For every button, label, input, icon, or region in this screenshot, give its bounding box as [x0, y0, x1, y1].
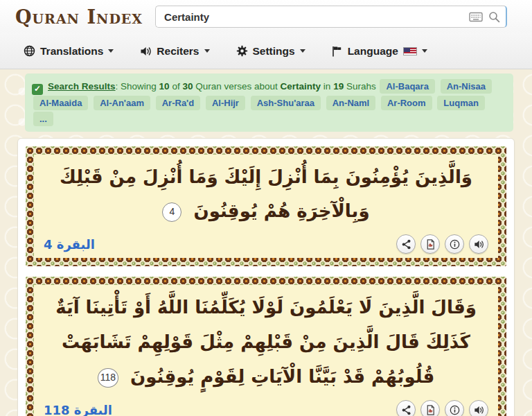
surah-badge[interactable]: An-Nisaa: [441, 79, 492, 94]
pdf-icon: [425, 405, 436, 415]
surah-badge[interactable]: An-Naml: [326, 96, 375, 110]
search-box[interactable]: [155, 6, 507, 28]
share-icon: [401, 405, 411, 415]
surah-badge[interactable]: Ash-Shu'araa: [251, 96, 321, 110]
surah-badge[interactable]: Al-Hijr: [206, 96, 245, 110]
share-button[interactable]: [396, 234, 416, 254]
verse-arabic-text: وَقَالَ الَّذِينَ لَا يَعْلَمُونَ لَوْلَ…: [44, 291, 488, 395]
info-button[interactable]: [445, 400, 464, 416]
main-nav: Translations Reciters Settings: [0, 33, 532, 69]
pdf-button[interactable]: [420, 234, 440, 254]
verse-text: وَقَالَ الَّذِينَ لَا يَعْلَمُونَ لَوْلَ…: [55, 297, 477, 387]
results-surah-count: 19: [333, 81, 344, 92]
header: Quran Index: [0, 0, 532, 33]
chevron-down-icon: [108, 49, 114, 55]
surah-badge[interactable]: Al-Baqara: [380, 79, 434, 94]
audio-speaker-icon: [474, 239, 484, 250]
info-icon: [450, 405, 460, 415]
nav-settings[interactable]: Settings: [236, 45, 305, 58]
search-results-panel: ✓Search Results: Showing 10 of 30 Quran …: [25, 73, 513, 132]
results-text: : Showing: [116, 81, 157, 92]
verses-panel: وَالَّذِينَ يُؤْمِنُونَ بِمَا أُنْزِلَ إ…: [17, 138, 515, 416]
verse-text: وَالَّذِينَ يُؤْمِنُونَ بِمَا أُنْزِلَ إ…: [60, 166, 472, 222]
nav-reciters[interactable]: Reciters: [140, 45, 209, 58]
chevron-down-icon: [300, 49, 305, 55]
results-text: Quran verses about: [195, 81, 278, 92]
nav-translations[interactable]: Translations: [24, 45, 114, 58]
results-text: Surahs: [346, 81, 376, 92]
chevron-down-icon: [204, 49, 210, 55]
surah-badge-more[interactable]: ...: [33, 112, 53, 126]
surah-badge[interactable]: Ar-Room: [381, 96, 432, 110]
flag-icon: [332, 46, 343, 57]
audio-button[interactable]: [469, 234, 488, 254]
audio-speaker-icon: [474, 405, 484, 415]
keyboard-icon[interactable]: [469, 12, 483, 22]
pdf-icon: [425, 239, 436, 250]
site-logo[interactable]: Quran Index: [15, 6, 143, 28]
results-count-total: 30: [182, 81, 193, 92]
us-flag-icon: [403, 47, 417, 55]
search-results-link[interactable]: Search Results: [48, 81, 116, 92]
checkbox-checked-icon[interactable]: ✓: [32, 84, 43, 95]
surah-badge[interactable]: Luqman: [437, 96, 485, 110]
info-button[interactable]: [445, 234, 464, 254]
search-input[interactable]: [164, 11, 463, 23]
audio-button[interactable]: [469, 400, 488, 416]
gear-icon: [236, 45, 248, 57]
surah-badge[interactable]: Al-An'aam: [94, 96, 150, 110]
results-text: in: [323, 81, 331, 92]
nav-language-label: Language: [348, 45, 398, 58]
nav-translations-label: Translations: [40, 45, 103, 58]
chevron-down-icon: [422, 49, 427, 55]
pdf-button[interactable]: [420, 400, 440, 416]
page-content: ✓Search Results: Showing 10 of 30 Quran …: [0, 69, 532, 416]
results-search-term: Certainty: [281, 81, 321, 92]
surah-verse-link[interactable]: البقرة 4: [44, 237, 95, 252]
share-icon: [401, 239, 411, 250]
share-button[interactable]: [396, 400, 416, 416]
verse-number-badge: 4: [162, 202, 181, 222]
results-text: of: [172, 81, 179, 92]
surah-verse-link[interactable]: البقرة 118: [44, 403, 112, 416]
verse-number-badge: 118: [98, 368, 118, 388]
speaker-icon: [140, 46, 152, 57]
info-icon: [450, 239, 460, 250]
surah-badge[interactable]: Ar-Ra'd: [156, 96, 200, 110]
surah-badge[interactable]: Al-Maaida: [33, 96, 88, 110]
search-icon[interactable]: [488, 11, 500, 23]
globe-icon: [24, 45, 35, 57]
verse-arabic-text: وَالَّذِينَ يُؤْمِنُونَ بِمَا أُنْزِلَ إ…: [44, 160, 488, 229]
nav-language[interactable]: Language: [332, 45, 427, 58]
verse-card: وَالَّذِينَ يُؤْمِنُونَ بِمَا أُنْزِلَ إ…: [26, 146, 506, 267]
nav-reciters-label: Reciters: [157, 45, 199, 58]
verse-card: وَقَالَ الَّذِينَ لَا يَعْلَمُونَ لَوْلَ…: [26, 277, 506, 416]
results-count-shown: 10: [159, 81, 170, 92]
nav-settings-label: Settings: [253, 45, 295, 58]
